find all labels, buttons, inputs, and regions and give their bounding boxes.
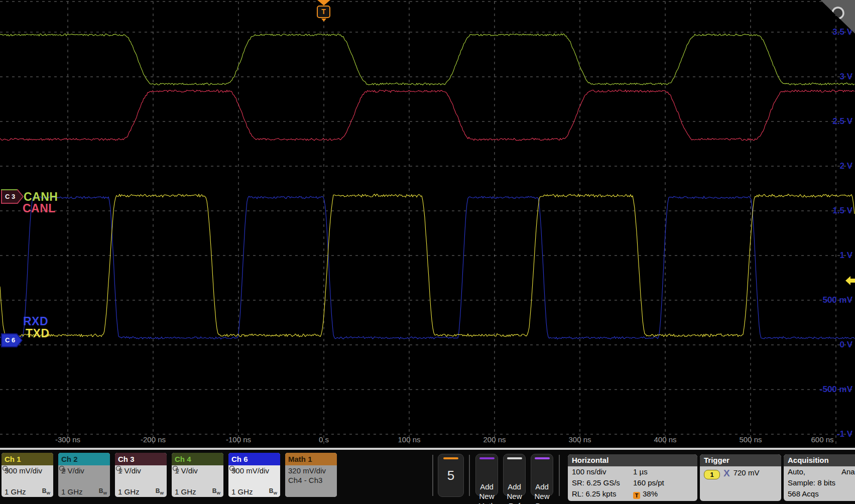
bandwidth-limit-icon: BW bbox=[212, 487, 220, 495]
ch3-scale: 1 V/div bbox=[118, 466, 164, 475]
channel-badge-ch3[interactable]: Ch 3 1 V/div 1 GHzBW bbox=[115, 453, 167, 497]
time-tick-label: 600 ns bbox=[811, 435, 833, 444]
sample-interval: 160 ps/pt bbox=[633, 477, 664, 488]
acquisition-mode-right: Ana bbox=[841, 466, 855, 477]
horizontal-panel[interactable]: Horizontal 100 ns/div 1 µs SR: 6.25 GS/s… bbox=[568, 454, 697, 501]
acquisition-panel-title: Acquisition bbox=[784, 454, 855, 466]
probe-icon bbox=[175, 475, 220, 485]
time-tick-label: 0 s bbox=[319, 435, 329, 444]
probe-icon bbox=[61, 475, 107, 485]
time-tick-label: 400 ns bbox=[654, 435, 676, 444]
acquisition-sample: Sample: 8 bits bbox=[784, 477, 855, 488]
bandwidth-limit-icon: BW bbox=[156, 487, 164, 495]
trace-rxd bbox=[0, 196, 854, 339]
record-length: RL: 6.25 kpts bbox=[572, 489, 616, 498]
horizontal-panel-title: Horizontal bbox=[568, 454, 697, 466]
bottom-bar: Ch 1 500 mV/div 1 GHzBW Ch 2 2 V/div 1 G… bbox=[0, 450, 855, 504]
txd-label: TXD bbox=[26, 327, 50, 340]
trace-canl bbox=[0, 90, 854, 141]
waveform-display bbox=[0, 0, 855, 504]
time-tick-label: 100 ns bbox=[398, 435, 420, 444]
ch1-badge-title: Ch 1 bbox=[2, 453, 53, 465]
edge-trigger-icon: X bbox=[723, 467, 730, 480]
channel-badge-ch2[interactable]: Ch 2 2 V/div 1 GHzBW bbox=[58, 453, 110, 497]
horizontal-window: 1 µs bbox=[633, 466, 648, 477]
trigger-t-mini-icon: T bbox=[633, 492, 640, 499]
trigger-panel-title: Trigger bbox=[700, 454, 781, 466]
time-tick-label: -300 ns bbox=[55, 435, 80, 444]
channel-flag-c3[interactable]: C 3 bbox=[1, 189, 24, 204]
voltage-tick-label: 1.5 V bbox=[832, 206, 852, 216]
trigger-t-icon: T bbox=[317, 6, 330, 18]
voltage-tick-label: -1 V bbox=[837, 429, 852, 439]
add-ref-accent bbox=[507, 457, 522, 459]
trigger-marker-triangle-icon bbox=[317, 0, 330, 6]
voltage-tick-label: -500 mV bbox=[820, 385, 852, 395]
add-math-label: Add New Math bbox=[478, 482, 495, 504]
math1-scale: 320 mV/div bbox=[288, 466, 334, 475]
ch3-badge-title: Ch 3 bbox=[115, 453, 167, 465]
rxd-label: RXD bbox=[23, 315, 48, 328]
math1-badge[interactable]: Math 1 320 mV/div Ch4 - Ch3 bbox=[285, 453, 337, 497]
add-bus-label: Add New Bus bbox=[534, 482, 549, 504]
voltage-tick-label: 1 V bbox=[839, 250, 852, 261]
trace-txd bbox=[0, 194, 854, 337]
c3-flag-label: C 3 bbox=[5, 189, 15, 204]
button-5-accent bbox=[443, 457, 458, 459]
add-bus-accent bbox=[535, 457, 550, 459]
voltage-tick-label: 3.5 V bbox=[832, 27, 852, 37]
add-new-ref-button[interactable]: Add New Ref bbox=[503, 454, 526, 496]
time-tick-label: 200 ns bbox=[483, 435, 506, 444]
bandwidth-limit-icon: BW bbox=[42, 487, 50, 495]
channel-flag-c6[interactable]: C 6 bbox=[1, 333, 23, 347]
toolbar-divider bbox=[432, 455, 433, 496]
trigger-level-arrow-tail bbox=[850, 279, 855, 283]
ch1-bandwidth: 1 GHz bbox=[5, 487, 26, 496]
trigger-level-arrow-icon[interactable] bbox=[845, 276, 855, 285]
horizontal-scale: 100 ns/div bbox=[572, 467, 606, 476]
add-ref-label: Add New Ref bbox=[507, 482, 522, 504]
ch4-scale: 1 V/div bbox=[175, 466, 220, 475]
channel-badge-ch4[interactable]: Ch 4 1 V/div 1 GHzBW bbox=[172, 453, 223, 497]
add-math-accent bbox=[479, 457, 495, 459]
channel-badge-ch6[interactable]: Ch 6 500 mV/div 1 GHzBW bbox=[228, 453, 280, 497]
voltage-tick-label: 2.5 V bbox=[832, 116, 852, 127]
ch4-bandwidth: 1 GHz bbox=[175, 487, 196, 496]
ch6-scale: 500 mV/div bbox=[231, 466, 277, 475]
bandwidth-limit-icon: BW bbox=[99, 487, 107, 495]
time-tick-label: 500 ns bbox=[739, 435, 762, 444]
voltage-tick-label: 2 V bbox=[839, 161, 852, 171]
c6-flag-label: C 6 bbox=[5, 333, 15, 347]
math1-badge-title: Math 1 bbox=[285, 453, 337, 465]
acquisition-count: 568 Acqs bbox=[784, 488, 855, 499]
trace-canh bbox=[0, 34, 854, 85]
acquisition-mode: Auto, bbox=[788, 467, 805, 476]
canl-label: CANL bbox=[23, 202, 56, 215]
ch2-bandwidth: 1 GHz bbox=[61, 487, 83, 496]
toolbar-divider bbox=[559, 455, 560, 496]
ch3-bandwidth: 1 GHz bbox=[118, 487, 140, 496]
add-new-math-button[interactable]: Add New Math bbox=[475, 454, 498, 496]
acquisition-panel[interactable]: Acquisition Auto, Ana Sample: 8 bits 568… bbox=[784, 454, 855, 501]
button-5[interactable]: 5 bbox=[438, 454, 464, 497]
add-new-bus-button[interactable]: Add New Bus bbox=[531, 454, 553, 496]
ch6-bandwidth: 1 GHz bbox=[231, 487, 253, 496]
trigger-panel[interactable]: Trigger 1X720 mV bbox=[700, 454, 781, 501]
channel-badge-ch1[interactable]: Ch 1 500 mV/div 1 GHzBW bbox=[2, 453, 53, 497]
oscilloscope-screen: 3.5 V3 V2.5 V2 V1.5 V1 V500 mV0 V-500 mV… bbox=[0, 0, 855, 504]
voltage-tick-label: 500 mV bbox=[822, 295, 852, 305]
time-tick-label: -200 ns bbox=[141, 435, 166, 444]
ch2-badge-title: Ch 2 bbox=[58, 453, 110, 465]
trigger-source-badge: 1 bbox=[704, 470, 720, 479]
bandwidth-limit-icon: BW bbox=[269, 487, 277, 495]
sample-rate: SR: 6.25 GS/s bbox=[572, 478, 620, 487]
probe-icon bbox=[5, 475, 50, 485]
ch2-scale: 2 V/div bbox=[61, 466, 107, 475]
button-5-label: 5 bbox=[447, 468, 454, 483]
ch4-badge-title: Ch 4 bbox=[172, 453, 223, 465]
probe-icon bbox=[118, 475, 164, 485]
graticule-grid bbox=[0, 2, 855, 446]
ch6-badge-title: Ch 6 bbox=[228, 453, 280, 465]
trigger-marker-tail-icon bbox=[321, 19, 326, 22]
time-tick-label: -100 ns bbox=[226, 435, 251, 444]
